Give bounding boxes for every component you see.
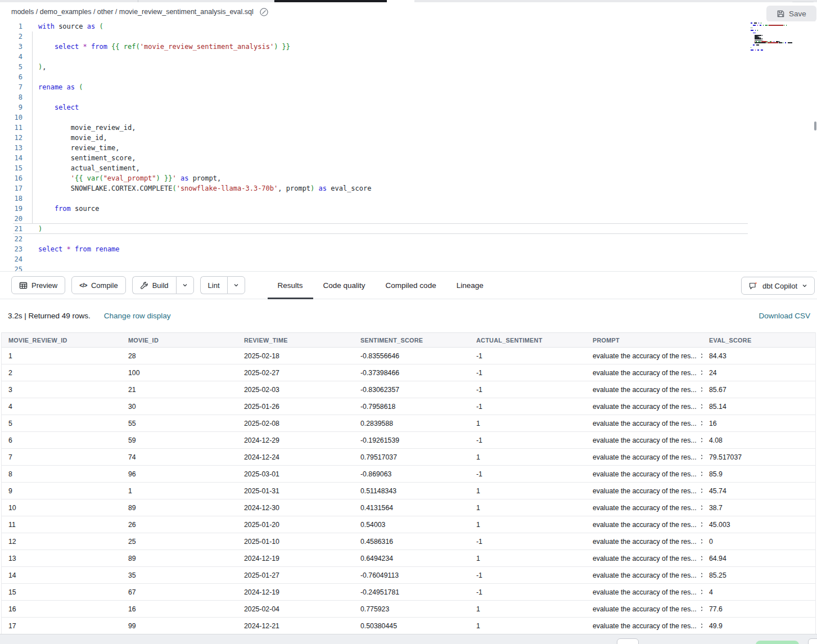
cell-sentiment_score: -0.19261539	[354, 436, 470, 444]
cell-movie_review_id: 9	[2, 487, 121, 495]
code-line-21[interactable]: 21)	[0, 224, 817, 234]
cell-prompt[interactable]: evaluate the accuracy of the res...	[586, 622, 702, 630]
save-button[interactable]: Save	[766, 6, 816, 22]
line-text: select	[38, 102, 79, 112]
table-row[interactable]: 1282025-02-18-0.83556646-1evaluate the a…	[2, 348, 815, 364]
column-header-movie_id[interactable]: MOVIE_ID	[121, 337, 237, 344]
table-row[interactable]: 4302025-01-26-0.7958618-1evaluate the ac…	[2, 398, 815, 415]
table-row[interactable]: 11262025-01-200.540031evaluate the accur…	[2, 516, 815, 533]
preview-button[interactable]: Preview	[11, 276, 65, 294]
code-line-6[interactable]: 6	[0, 72, 817, 82]
table-row[interactable]: 8962025-03-01-0.869063-1evaluate the acc…	[2, 466, 815, 483]
column-header-review_time[interactable]: REVIEW_TIME	[237, 337, 354, 344]
tab-compiled-code[interactable]: Compiled code	[376, 272, 446, 299]
prompt-preview-text: evaluate the accuracy of the res...	[593, 605, 697, 613]
editor-scrollbar[interactable]	[814, 121, 816, 130]
column-header-movie_review_id[interactable]: MOVIE_REVIEW_ID	[2, 337, 121, 344]
cell-sentiment_score: -0.37398466	[354, 369, 470, 377]
table-row[interactable]: 17992024-12-210.503804451evaluate the ac…	[2, 618, 815, 634]
cell-actual_sentiment: 1	[470, 605, 586, 613]
build-button[interactable]: Build	[132, 276, 176, 294]
code-line-11[interactable]: 11 movie_review_id,	[0, 123, 817, 133]
table-row[interactable]: 12252025-01-100.4586316-1evaluate the ac…	[2, 533, 815, 550]
column-header-prompt[interactable]: PROMPT	[586, 337, 702, 344]
table-row[interactable]: 13892024-12-190.64942341evaluate the acc…	[2, 550, 815, 567]
editor-minimap[interactable]	[751, 22, 810, 55]
code-line-14[interactable]: 14 sentiment_score,	[0, 153, 817, 163]
cell-movie_review_id: 5	[2, 420, 121, 427]
table-row[interactable]: 16162025-02-040.7759231evaluate the accu…	[2, 601, 815, 618]
table-row[interactable]: 7742024-12-240.795170371evaluate the acc…	[2, 449, 815, 466]
table-row[interactable]: 21002025-02-27-0.37398466-1evaluate the …	[2, 364, 815, 381]
cell-prompt[interactable]: evaluate the accuracy of the res...	[586, 403, 702, 411]
code-line-9[interactable]: 9 select	[0, 102, 817, 112]
table-row[interactable]: 3212025-02-03-0.83062357-1evaluate the a…	[2, 381, 815, 398]
code-line-8[interactable]: 8	[0, 92, 817, 102]
code-line-24[interactable]: 24	[0, 254, 817, 264]
download-csv-link[interactable]: Download CSV	[759, 312, 810, 320]
cell-review_time: 2025-02-08	[237, 420, 354, 427]
table-row[interactable]: 5552025-02-080.28395881evaluate the accu…	[2, 415, 815, 432]
code-line-17[interactable]: 17 SNOWFLAKE.CORTEX.COMPLETE('snowflake-…	[0, 183, 817, 193]
prompt-preview-text: evaluate the accuracy of the res...	[593, 352, 697, 360]
change-row-display-link[interactable]: Change row display	[104, 312, 171, 320]
column-header-eval_score[interactable]: EVAL_SCORE	[702, 337, 815, 344]
code-line-5[interactable]: 5),	[0, 62, 817, 72]
cell-prompt[interactable]: evaluate the accuracy of the res...	[586, 420, 702, 427]
cell-prompt[interactable]: evaluate the accuracy of the res...	[586, 369, 702, 377]
tab-results[interactable]: Results	[268, 272, 313, 299]
cell-prompt[interactable]: evaluate the accuracy of the res...	[586, 555, 702, 562]
code-line-13[interactable]: 13 review_time,	[0, 143, 817, 153]
build-dropdown-button[interactable]	[176, 276, 194, 294]
compile-button[interactable]: </> Compile	[71, 276, 125, 294]
cell-prompt[interactable]: evaluate the accuracy of the res...	[586, 588, 702, 596]
table-row[interactable]: 14352025-01-27-0.76049113-1evaluate the …	[2, 567, 815, 584]
code-line-12[interactable]: 12 movie_id,	[0, 133, 817, 143]
code-line-3[interactable]: 3 select * from {{ ref('movie_review_sen…	[0, 42, 817, 52]
prompt-preview-text: evaluate the accuracy of the res...	[593, 538, 697, 546]
lint-label: Lint	[208, 281, 220, 290]
cell-prompt[interactable]: evaluate the accuracy of the res...	[586, 352, 702, 360]
table-row[interactable]: 6592024-12-29-0.19261539-1evaluate the a…	[2, 432, 815, 449]
tab-lineage[interactable]: Lineage	[446, 272, 494, 299]
code-line-2[interactable]: 2	[0, 31, 817, 42]
code-line-18[interactable]: 18	[0, 193, 817, 204]
cell-prompt[interactable]: evaluate the accuracy of the res...	[586, 605, 702, 613]
code-line-16[interactable]: 16 '{{ var("eval_prompt") }}' as prompt,	[0, 173, 817, 183]
cell-prompt[interactable]: evaluate the accuracy of the res...	[586, 521, 702, 529]
code-editor[interactable]: 1with source as (23 select * from {{ ref…	[0, 21, 817, 271]
code-line-7[interactable]: 7rename as (	[0, 82, 817, 92]
cell-review_time: 2025-01-20	[237, 521, 354, 529]
cell-eval_score: 64.94	[702, 555, 815, 562]
code-line-19[interactable]: 19 from source	[0, 204, 817, 214]
lint-button[interactable]: Lint	[200, 276, 227, 294]
table-row[interactable]: 15672024-12-19-0.24951781-1evaluate the …	[2, 584, 815, 601]
code-line-4[interactable]: 4	[0, 52, 817, 62]
lint-dropdown-button[interactable]	[227, 276, 245, 294]
code-line-10[interactable]: 10	[0, 112, 817, 123]
cell-movie_id: 16	[121, 605, 237, 613]
column-header-sentiment_score[interactable]: SENTIMENT_SCORE	[354, 337, 470, 344]
cell-eval_score: 45.003	[702, 521, 815, 529]
dbt-copilot-button[interactable]: dbt Copilot	[741, 277, 815, 295]
column-header-actual_sentiment[interactable]: ACTUAL_SENTIMENT	[470, 337, 586, 344]
code-line-15[interactable]: 15 actual_sentiment,	[0, 163, 817, 173]
code-line-1[interactable]: 1with source as (	[0, 21, 817, 31]
cell-prompt[interactable]: evaluate the accuracy of the res...	[586, 538, 702, 546]
cell-actual_sentiment: 1	[470, 521, 586, 529]
code-line-23[interactable]: 23select * from rename	[0, 244, 817, 254]
cell-prompt[interactable]: evaluate the accuracy of the res...	[586, 453, 702, 461]
code-line-25[interactable]: 25	[0, 264, 817, 271]
cell-prompt[interactable]: evaluate the accuracy of the res...	[586, 386, 702, 394]
code-line-20[interactable]: 20	[0, 214, 817, 224]
line-number: 2	[0, 31, 22, 42]
tab-code-quality[interactable]: Code quality	[313, 272, 376, 299]
table-row[interactable]: 10892024-12-300.41315641evaluate the acc…	[2, 499, 815, 516]
code-line-22[interactable]: 22	[0, 234, 817, 244]
cell-prompt[interactable]: evaluate the accuracy of the res...	[586, 504, 702, 512]
cell-prompt[interactable]: evaluate the accuracy of the res...	[586, 487, 702, 495]
cell-prompt[interactable]: evaluate the accuracy of the res...	[586, 571, 702, 579]
cell-prompt[interactable]: evaluate the accuracy of the res...	[586, 470, 702, 478]
cell-prompt[interactable]: evaluate the accuracy of the res...	[586, 436, 702, 444]
table-row[interactable]: 912025-01-310.511483431evaluate the accu…	[2, 483, 815, 499]
